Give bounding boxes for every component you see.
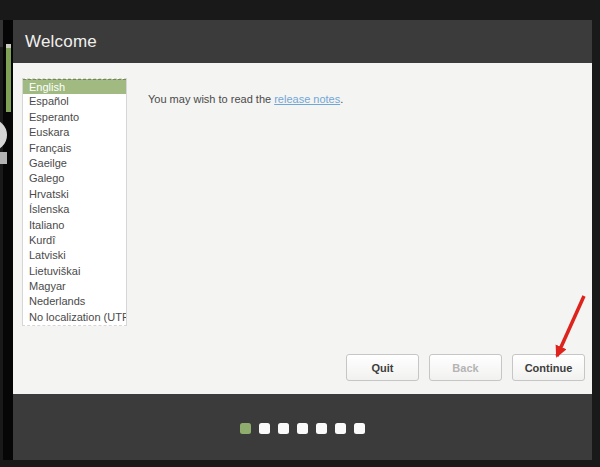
- content-area: EnglishEspañolEsperantoEuskaraFrançaisGa…: [13, 63, 592, 394]
- language-item-hrvatski[interactable]: Hrvatski: [23, 187, 126, 202]
- progress-footer: [13, 394, 592, 460]
- release-notes-link[interactable]: release notes: [274, 93, 340, 105]
- background-green-fragment: [6, 44, 11, 112]
- language-item-latviski[interactable]: Latviski: [23, 248, 126, 263]
- progress-dots: [240, 423, 365, 434]
- progress-dot-6: [335, 423, 346, 434]
- language-item-espa-ol[interactable]: Español: [23, 94, 126, 109]
- language-item-nederlands[interactable]: Nederlands: [23, 294, 126, 309]
- navigation-buttons: Quit Back Continue: [346, 354, 585, 381]
- progress-dot-3: [278, 423, 289, 434]
- language-item-no-localization-utf-8[interactable]: No localization (UTF-8): [23, 310, 126, 325]
- quit-button[interactable]: Quit: [346, 354, 419, 381]
- release-notes-suffix: .: [340, 93, 343, 105]
- progress-dot-4: [297, 423, 308, 434]
- installer-window: Welcome EnglishEspañolEsperantoEuskaraFr…: [13, 20, 592, 460]
- background-square-fragment: [0, 152, 7, 164]
- progress-dot-1: [240, 423, 251, 434]
- language-item-lietuvi-kai[interactable]: Lietuviškai: [23, 264, 126, 279]
- language-item-galego[interactable]: Galego: [23, 171, 126, 186]
- screen: Welcome EnglishEspañolEsperantoEuskaraFr…: [0, 0, 600, 467]
- progress-dot-7: [354, 423, 365, 434]
- language-item-italiano[interactable]: Italiano: [23, 218, 126, 233]
- continue-button[interactable]: Continue: [512, 354, 585, 381]
- language-item-euskara[interactable]: Euskara: [23, 125, 126, 140]
- language-item-kurd[interactable]: Kurdî: [23, 233, 126, 248]
- language-item-magyar[interactable]: Magyar: [23, 279, 126, 294]
- release-notes-prefix: You may wish to read the: [148, 93, 274, 105]
- language-item-fran-ais[interactable]: Français: [23, 141, 126, 156]
- page-title: Welcome: [25, 32, 97, 52]
- release-notes-text: You may wish to read the release notes.: [148, 93, 343, 105]
- window-header: Welcome: [13, 20, 592, 63]
- language-item-slenska[interactable]: Íslenska: [23, 202, 126, 217]
- progress-dot-2: [259, 423, 270, 434]
- progress-dot-5: [316, 423, 327, 434]
- language-item-esperanto[interactable]: Esperanto: [23, 110, 126, 125]
- back-button[interactable]: Back: [429, 354, 502, 381]
- language-list[interactable]: EnglishEspañolEsperantoEuskaraFrançaisGa…: [22, 78, 127, 326]
- language-item-english[interactable]: English: [23, 79, 126, 94]
- language-item-gaeilge[interactable]: Gaeilge: [23, 156, 126, 171]
